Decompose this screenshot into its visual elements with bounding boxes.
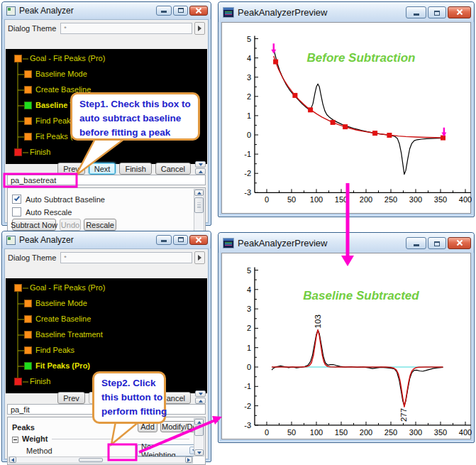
- svg-text:-3: -3: [244, 421, 251, 430]
- close-button[interactable]: [189, 6, 208, 16]
- dialog-theme-arrow-button[interactable]: [194, 22, 205, 35]
- next-button[interactable]: Next: [89, 163, 116, 175]
- dialog-theme-combo[interactable]: *: [60, 252, 192, 263]
- svg-text:3: 3: [247, 305, 251, 313]
- scrollbar-up-button[interactable]: [194, 190, 204, 196]
- tree-item-baseline-mode[interactable]: Baseline Mode: [35, 70, 87, 78]
- weighting-method-dropdown[interactable]: No Weighting: [137, 444, 201, 456]
- svg-text:350: 350: [434, 428, 447, 437]
- panel-horizontal-scrollbar[interactable]: [9, 456, 193, 464]
- tree-item-create-baseline[interactable]: Create Baseline: [35, 314, 91, 323]
- svg-text:5: 5: [247, 266, 251, 275]
- rescale-button[interactable]: Rescale: [84, 219, 116, 231]
- scrollbar-thumb[interactable]: [194, 197, 204, 213]
- tree-item-fit-peaks-pro[interactable]: Fit Peaks (Pro): [35, 361, 90, 370]
- svg-text:0: 0: [265, 428, 269, 437]
- close-button[interactable]: [189, 235, 208, 245]
- minimize-icon: [161, 11, 167, 13]
- svg-text:1: 1: [247, 111, 251, 120]
- title-bar[interactable]: PeakAnalyzerPreview: [218, 2, 474, 22]
- scroll-up-button[interactable]: [195, 398, 206, 404]
- theme-name-field[interactable]: pa_basetreat: [7, 175, 206, 185]
- wizard-button-row: PrevNextFinishCancel: [57, 163, 191, 175]
- fit-peaks-panel: Peaks Add Modify/Del Weight Method No We…: [7, 417, 206, 465]
- maximize-button[interactable]: [428, 237, 446, 249]
- auto-subtract-baseline-label: Auto Subtract Baseline: [26, 195, 105, 204]
- tree-item-find-peaks[interactable]: Find Peaks: [35, 116, 74, 125]
- svg-text:2: 2: [247, 324, 251, 332]
- graph-window-icon: [223, 238, 234, 248]
- step2-callout: Step2. Click this button to perform fitt…: [92, 371, 166, 424]
- scroll-down-button[interactable]: [195, 161, 206, 168]
- graph-client-area: -3-2-10123450501001502002503003504001032…: [221, 253, 471, 439]
- prev-button[interactable]: Prev: [57, 163, 85, 175]
- undo-button[interactable]: Undo: [60, 219, 81, 231]
- maximize-button[interactable]: [173, 6, 188, 16]
- tree-state-orange-icon: [24, 133, 32, 141]
- minimize-button[interactable]: [156, 6, 172, 16]
- arrow-right-icon: [198, 26, 201, 31]
- tree-item-baseline-treatment[interactable]: Baseline Treatment: [35, 330, 103, 339]
- maximize-button[interactable]: [428, 6, 446, 18]
- maximize-icon: [434, 241, 440, 246]
- callout-text-line: Step2. Click: [101, 376, 164, 390]
- auto-subtract-baseline-checkbox[interactable]: [12, 195, 21, 204]
- auto-rescale-row[interactable]: Auto Rescale: [12, 207, 72, 217]
- dialog-theme-combo[interactable]: *: [60, 23, 192, 34]
- arrow-up-icon: [197, 421, 201, 424]
- peaks-label: Peaks: [12, 423, 35, 432]
- panel-vertical-scrollbar[interactable]: [194, 418, 204, 456]
- finish-button[interactable]: Finish: [119, 163, 151, 175]
- tree-item-finish[interactable]: Finish: [30, 377, 50, 385]
- svg-text:100: 100: [310, 428, 323, 437]
- minimize-button[interactable]: [156, 235, 172, 245]
- minimize-button[interactable]: [406, 6, 426, 18]
- tree-item-goal-fit-peaks-pro[interactable]: Goal - Fit Peaks (Pro): [30, 283, 105, 292]
- callout-text-line: perform fitting: [101, 405, 164, 419]
- scrollbar-down-button[interactable]: [194, 449, 204, 456]
- screenshot-canvas: Peak Analyzer Dialog Theme * Goal - Fit …: [0, 0, 476, 465]
- close-button[interactable]: [448, 237, 471, 249]
- svg-text:50: 50: [287, 195, 296, 204]
- scroll-up-button[interactable]: [195, 168, 206, 175]
- scrollbar-left-button[interactable]: [9, 456, 16, 463]
- callout-text-line: Step1. Check this box to: [79, 97, 198, 111]
- title-bar[interactable]: Peak Analyzer: [2, 2, 211, 19]
- scrollbar-up-button[interactable]: [194, 419, 204, 425]
- close-button[interactable]: [448, 6, 471, 18]
- prev-button[interactable]: Prev: [57, 392, 85, 404]
- title-bar[interactable]: Peak Analyzer: [2, 231, 211, 248]
- tree-item-find-peaks[interactable]: Find Peaks: [35, 346, 74, 354]
- svg-text:400: 400: [459, 428, 472, 437]
- svg-text:300: 300: [409, 195, 422, 204]
- tree-state-orange-icon: [24, 300, 32, 307]
- tree-item-goal-fit-peaks-pro[interactable]: Goal - Fit Peaks (Pro): [30, 54, 105, 62]
- svg-text:2: 2: [247, 92, 251, 101]
- title-bar[interactable]: PeakAnalyzerPreview: [218, 233, 474, 253]
- svg-text:250: 250: [384, 195, 397, 204]
- minimize-button[interactable]: [406, 237, 426, 249]
- close-icon: [456, 239, 463, 246]
- tree-state-orange-icon: [24, 331, 32, 339]
- arrow-up-icon: [199, 170, 203, 173]
- preview-window-bottom: PeakAnalyzerPreview -3-2-101234505010015…: [218, 232, 475, 443]
- svg-text:-1: -1: [244, 382, 251, 390]
- svg-text:4: 4: [247, 285, 251, 294]
- scrollbar-thumb[interactable]: [79, 458, 103, 462]
- svg-text:-2: -2: [244, 169, 251, 177]
- maximize-button[interactable]: [173, 235, 188, 245]
- cancel-button[interactable]: Cancel: [155, 163, 191, 175]
- collapse-icon[interactable]: [12, 437, 18, 443]
- scroll-down-button[interactable]: [195, 390, 206, 397]
- dialog-theme-arrow-button[interactable]: [194, 251, 205, 264]
- scrollbar-thumb[interactable]: [194, 426, 204, 436]
- subtract-now-button[interactable]: Subtract Now: [12, 219, 56, 231]
- auto-subtract-baseline-row[interactable]: Auto Subtract Baseline: [12, 195, 105, 204]
- svg-text:150: 150: [335, 195, 348, 204]
- svg-text:1: 1: [247, 344, 251, 352]
- scrollbar-right-button[interactable]: [185, 456, 192, 463]
- window-title: PeakAnalyzerPreview: [238, 7, 327, 18]
- tree-item-baseline-mode[interactable]: Baseline Mode: [35, 299, 87, 307]
- tree-item-finish[interactable]: Finish: [30, 148, 50, 156]
- auto-rescale-checkbox[interactable]: [12, 207, 21, 217]
